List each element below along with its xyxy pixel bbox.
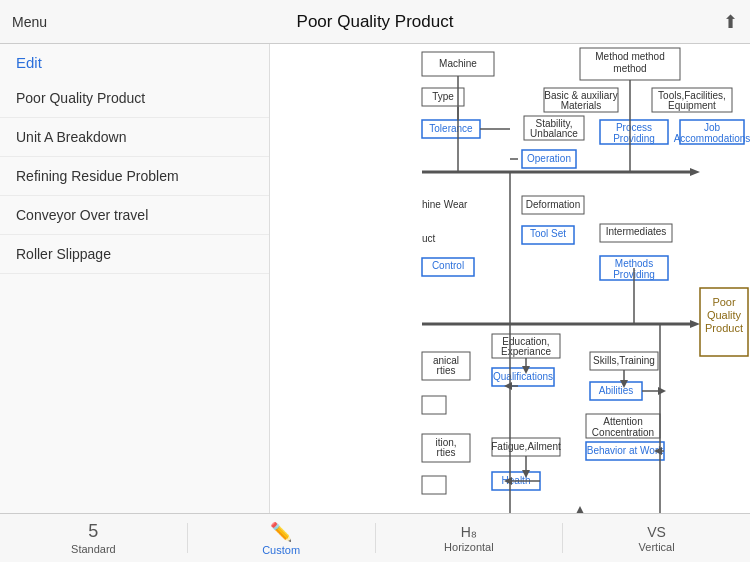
diagram-area[interactable]: Machine Method method method Type Basic … xyxy=(270,44,750,562)
share-icon[interactable]: ⬆ xyxy=(723,11,738,33)
diagram-svg: Machine Method method method Type Basic … xyxy=(270,44,750,562)
svg-text:Method method: Method method xyxy=(595,51,665,62)
tab-horizontal-label: Horizontal xyxy=(444,541,494,553)
sidebar-item-conveyor[interactable]: Conveyor Over travel xyxy=(0,196,269,235)
svg-text:Job: Job xyxy=(704,122,721,133)
svg-text:Fatigue,Ailment: Fatigue,Ailment xyxy=(491,441,561,452)
svg-text:Methods: Methods xyxy=(615,258,653,269)
svg-text:Process: Process xyxy=(616,122,652,133)
svg-text:Intermediates: Intermediates xyxy=(606,226,667,237)
svg-text:Machine: Machine xyxy=(439,58,477,69)
svg-text:Operation: Operation xyxy=(527,153,571,164)
tab-standard[interactable]: 5 Standard xyxy=(0,514,187,562)
svg-text:Skills,Training: Skills,Training xyxy=(593,355,655,366)
svg-text:Deformation: Deformation xyxy=(526,199,580,210)
svg-text:Tool Set: Tool Set xyxy=(530,228,566,239)
tab-vertical-label: Vertical xyxy=(639,541,675,553)
svg-marker-47 xyxy=(690,320,700,328)
svg-marker-88 xyxy=(658,387,666,395)
menu-button[interactable]: Menu xyxy=(12,14,47,30)
svg-text:Abilities: Abilities xyxy=(599,385,633,396)
tab-standard-label: Standard xyxy=(71,543,116,555)
svg-text:Equipment: Equipment xyxy=(668,100,716,111)
tab-vertical[interactable]: VS Vertical xyxy=(563,514,750,562)
standard-icon: 5 xyxy=(88,521,98,542)
edit-button[interactable]: Edit xyxy=(0,44,269,79)
horizontal-icon: H₈ xyxy=(461,524,477,540)
svg-text:Materials: Materials xyxy=(561,100,602,111)
svg-text:Providing: Providing xyxy=(613,133,655,144)
tab-custom-label: Custom xyxy=(262,544,300,556)
page-title: Poor Quality Product xyxy=(297,12,454,32)
svg-text:Type: Type xyxy=(432,91,454,102)
header: Menu Poor Quality Product ⬆ xyxy=(0,0,750,44)
svg-text:Behavior at Work: Behavior at Work xyxy=(587,445,665,456)
sidebar-item-unit-a[interactable]: Unit A Breakdown xyxy=(0,118,269,157)
sidebar-item-refining[interactable]: Refining Residue Problem xyxy=(0,157,269,196)
svg-text:rties: rties xyxy=(437,365,456,376)
svg-text:Poor: Poor xyxy=(712,296,736,308)
svg-text:Qualifications: Qualifications xyxy=(493,371,553,382)
main-area: Edit Poor Quality Product Unit A Breakdo… xyxy=(0,44,750,562)
tab-bar: 5 Standard ✏️ Custom H₈ Horizontal VS Ve… xyxy=(0,513,750,562)
svg-text:method: method xyxy=(613,63,646,74)
svg-marker-42 xyxy=(690,168,700,176)
sidebar-item-poor-quality[interactable]: Poor Quality Product xyxy=(0,79,269,118)
svg-text:Accommodations: Accommodations xyxy=(674,133,750,144)
custom-icon: ✏️ xyxy=(270,521,292,543)
svg-text:Product: Product xyxy=(705,322,743,334)
svg-text:Unbalance: Unbalance xyxy=(530,128,578,139)
svg-text:Attention: Attention xyxy=(603,416,642,427)
vertical-icon: VS xyxy=(647,524,666,540)
sidebar: Edit Poor Quality Product Unit A Breakdo… xyxy=(0,44,270,562)
svg-rect-99 xyxy=(422,476,446,494)
svg-text:Quality: Quality xyxy=(707,309,742,321)
tab-custom[interactable]: ✏️ Custom xyxy=(188,514,375,562)
tab-horizontal[interactable]: H₈ Horizontal xyxy=(376,514,563,562)
svg-text:uct: uct xyxy=(422,233,436,244)
sidebar-item-roller[interactable]: Roller Slippage xyxy=(0,235,269,274)
svg-text:Concentration: Concentration xyxy=(592,427,654,438)
svg-text:rties: rties xyxy=(437,447,456,458)
svg-rect-98 xyxy=(422,396,446,414)
svg-text:Tolerance: Tolerance xyxy=(429,123,473,134)
svg-text:Experiance: Experiance xyxy=(501,346,551,357)
svg-text:Control: Control xyxy=(432,260,464,271)
svg-text:hine Wear: hine Wear xyxy=(422,199,468,210)
